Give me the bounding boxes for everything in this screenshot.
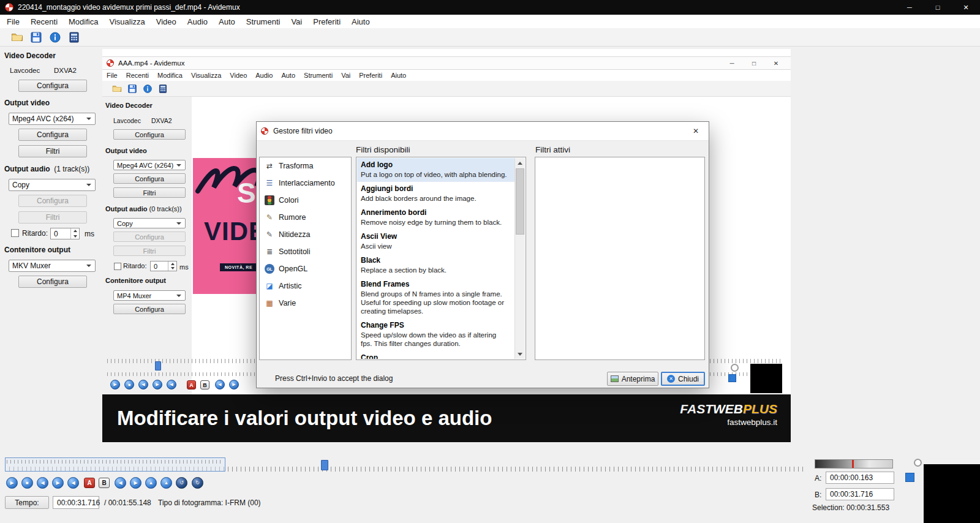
- menubar: File Recenti Modifica Visualizza Video A…: [0, 15, 980, 28]
- dialog-title: Gestore filtri video: [273, 127, 333, 135]
- menu-strumenti[interactable]: Strumenti: [241, 17, 286, 26]
- window-title: 220414_montaggio video avidemux primi pa…: [18, 3, 240, 12]
- volume-slider[interactable]: [815, 459, 893, 468]
- open-file-icon[interactable]: [11, 31, 23, 43]
- menu-recenti[interactable]: Recenti: [25, 17, 63, 26]
- menu-modifica[interactable]: Modifica: [63, 17, 104, 26]
- video-filters-button[interactable]: Filtri: [18, 145, 87, 157]
- dialog-close-button[interactable]: ✕: [683, 122, 709, 140]
- filter-ascii-view[interactable]: Ascii ViewAscii view: [357, 230, 515, 254]
- prev-frame-button[interactable]: ◀: [37, 477, 48, 489]
- menu-aiuto[interactable]: Aiuto: [346, 17, 375, 26]
- minimize-button[interactable]: ─: [895, 0, 924, 15]
- filter-category-list: ⇄Trasforma ☰Interlacciamento Colori ✎Rum…: [259, 157, 352, 360]
- category-nitidezza[interactable]: ✎Nitidezza: [260, 226, 351, 243]
- misc-icon: ▦: [265, 298, 274, 308]
- inner-avidemux-logo-icon: [107, 59, 114, 67]
- maximize-button[interactable]: □: [924, 0, 952, 15]
- inner-codec-label: Lavcodec: [113, 117, 141, 124]
- close-dialog-button[interactable]: ✕ Chiudi: [661, 372, 705, 386]
- filter-annerimento-bordi[interactable]: Annerimento bordiRemove noisy edge by tu…: [357, 206, 515, 230]
- filter-change-fps[interactable]: Change FPSSpeed up/slow down the video a…: [357, 318, 515, 351]
- close-circle-icon: ✕: [667, 375, 675, 383]
- category-varie[interactable]: ▦Varie: [260, 295, 351, 312]
- menu-audio[interactable]: Audio: [182, 17, 213, 26]
- category-trasforma[interactable]: ⇄Trasforma: [260, 157, 351, 175]
- thumbnail-letter: S: [237, 176, 256, 209]
- first-frame-button[interactable]: ▲: [145, 477, 157, 489]
- back-one-minute-button[interactable]: ↺: [176, 477, 187, 489]
- menu-visualizza[interactable]: Visualizza: [104, 17, 150, 26]
- next-keyframe-button-2[interactable]: ▶: [130, 477, 141, 489]
- filter-crop[interactable]: Crop: [357, 351, 515, 359]
- inner-close-icon: ✕: [765, 56, 787, 70]
- selection-label: Selection: 00:00:31.553: [812, 503, 889, 512]
- inner-menu-recenti: Recenti: [122, 72, 153, 79]
- decoder-configure-button[interactable]: Configura: [18, 80, 87, 92]
- audio-indicator: [905, 473, 914, 482]
- container-select[interactable]: MKV Muxer: [9, 260, 96, 272]
- output-audio-title: Output audio (1 track(s)): [4, 165, 89, 173]
- delay-checkbox[interactable]: [11, 229, 19, 237]
- container-configure-button[interactable]: Configura: [18, 276, 87, 288]
- next-frame-button[interactable]: ▶: [52, 477, 64, 489]
- category-sottotitoli[interactable]: ≣Sottotitoli: [260, 243, 351, 260]
- scroll-down-icon[interactable]: [515, 349, 524, 359]
- menu-preferiti[interactable]: Preferiti: [307, 17, 346, 26]
- inner-container-title: Contenitore output: [105, 277, 166, 284]
- close-button[interactable]: ✕: [952, 0, 980, 15]
- back-keyframe-button[interactable]: ◀: [115, 477, 126, 489]
- filter-aggiungi-bordi[interactable]: Aggiungi bordiAdd black borders around t…: [357, 182, 515, 206]
- category-interlacciamento[interactable]: ☰Interlacciamento: [260, 175, 351, 192]
- inner-prev-frame-icon: ◀: [138, 380, 148, 389]
- filter-blend-frames[interactable]: Blend FramesBlend groups of N frames int…: [357, 277, 515, 318]
- stop-button[interactable]: ■: [21, 477, 33, 489]
- inner-decoder-configure-button: Configura: [113, 129, 186, 140]
- window-controls: ─ □ ✕: [895, 0, 980, 15]
- scroll-up-icon[interactable]: [515, 158, 524, 168]
- marker-b-button[interactable]: B: [99, 478, 110, 488]
- play-button[interactable]: ▶: [6, 477, 18, 489]
- active-filters-list[interactable]: [535, 157, 705, 360]
- menu-vai[interactable]: Vai: [285, 17, 307, 26]
- container-title: Contenitore output: [4, 246, 70, 254]
- prev-keyframe-button[interactable]: ◀: [67, 477, 79, 489]
- subtitles-icon: ≣: [265, 247, 274, 257]
- video-configure-button[interactable]: Configura: [18, 129, 87, 141]
- selection-ticks: [7, 460, 224, 464]
- inner-video-configure-button: Configura: [113, 173, 186, 184]
- category-rumore[interactable]: ✎Rumore: [260, 209, 351, 226]
- forward-one-minute-button[interactable]: ↻: [192, 477, 203, 489]
- menu-auto[interactable]: Auto: [213, 17, 241, 26]
- filters-scrollbar[interactable]: [514, 158, 525, 359]
- preview-button[interactable]: Anteprima: [607, 372, 658, 386]
- marker-a-button[interactable]: A: [84, 478, 95, 488]
- active-filters-header: Filtri attivi: [535, 145, 570, 154]
- filter-black[interactable]: BlackReplace a section by black.: [357, 254, 515, 277]
- audio-codec-select[interactable]: Copy: [9, 179, 96, 191]
- menu-video[interactable]: Video: [151, 17, 182, 26]
- category-artistic[interactable]: ◪Artistic: [260, 277, 351, 295]
- timeline-position-marker[interactable]: [321, 460, 328, 470]
- delay-stepper[interactable]: 0: [50, 228, 80, 239]
- menu-file[interactable]: File: [1, 17, 25, 26]
- inner-minimize-icon: ─: [721, 56, 743, 70]
- calculator-icon[interactable]: [68, 31, 80, 43]
- scrollbar-thumb[interactable]: [516, 168, 524, 235]
- video-codec-select[interactable]: Mpeg4 AVC (x264): [9, 113, 96, 125]
- last-frame-button[interactable]: ▲: [160, 477, 172, 489]
- stepper-arrows-icon[interactable]: [70, 228, 79, 239]
- brand-accent: PLUS: [743, 402, 777, 416]
- info-icon[interactable]: [49, 31, 61, 43]
- filter-add-logo[interactable]: Add logoPut a logo on top of video, with…: [357, 158, 515, 182]
- timeline-selection[interactable]: [5, 457, 225, 472]
- inner-marker-b-icon: B: [200, 380, 209, 389]
- inner-delay-label: Ritardo:: [123, 262, 147, 269]
- category-colori[interactable]: Colori: [260, 192, 351, 209]
- inner-titlebar: AAA.mp4 - Avidemux: [102, 56, 791, 70]
- category-opengl[interactable]: GLOpenGL: [260, 260, 351, 277]
- speaker-icon[interactable]: [914, 459, 922, 467]
- inner-back-icon: ◀: [215, 380, 225, 389]
- save-file-icon[interactable]: [30, 31, 42, 43]
- inner-menu-vai: Vai: [337, 72, 355, 79]
